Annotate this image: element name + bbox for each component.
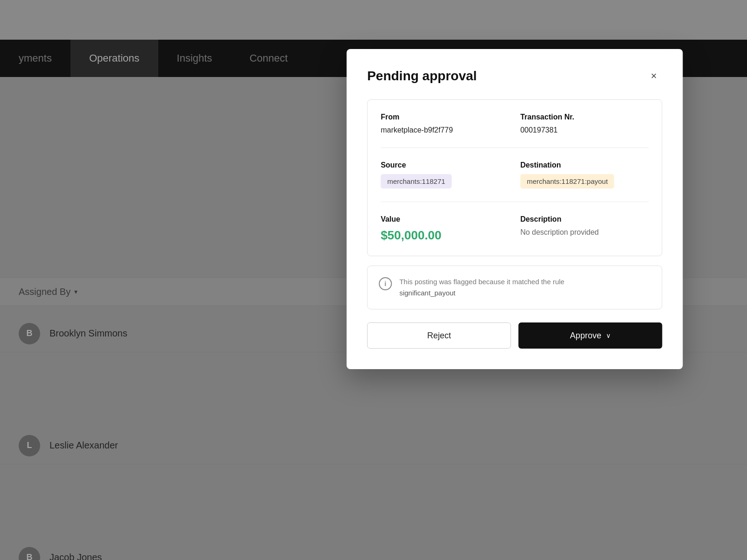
action-buttons: Reject Approve ∨	[367, 322, 662, 349]
from-value: marketplace-b9f2f779	[381, 126, 509, 134]
description-field: Description No description provided	[520, 215, 648, 243]
flag-notice: i This posting was flagged because it ma…	[367, 266, 662, 309]
value-label: Value	[381, 215, 509, 224]
modal-header: Pending approval ×	[367, 68, 662, 84]
destination-badge: merchants:118271:payout	[520, 174, 614, 189]
transaction-label: Transaction Nr.	[520, 113, 648, 121]
approve-chevron-down-icon: ∨	[606, 332, 611, 339]
detail-card: From marketplace-b9f2f779 Transaction Nr…	[367, 99, 662, 256]
transaction-field: Transaction Nr. 000197381	[520, 113, 648, 134]
source-field: Source merchants:118271	[381, 161, 509, 189]
reject-button[interactable]: Reject	[367, 322, 511, 349]
source-badge: merchants:118271	[381, 174, 451, 189]
source-label: Source	[381, 161, 509, 169]
description-label: Description	[520, 215, 648, 224]
source-destination-row: Source merchants:118271 Destination merc…	[381, 161, 648, 202]
from-label: From	[381, 113, 509, 121]
description-value: No description provided	[520, 228, 648, 237]
transaction-value: 000197381	[520, 126, 648, 134]
from-field: From marketplace-b9f2f779	[381, 113, 509, 134]
modal-title: Pending approval	[367, 69, 477, 84]
close-button[interactable]: ×	[645, 68, 662, 84]
pending-approval-modal: Pending approval × From marketplace-b9f2…	[346, 49, 683, 369]
info-icon: i	[379, 277, 392, 290]
value-amount: $50,000.00	[381, 228, 509, 243]
from-transaction-row: From marketplace-b9f2f779 Transaction Nr…	[381, 113, 648, 148]
approve-label: Approve	[570, 331, 601, 341]
flag-text: This posting was flagged because it matc…	[399, 276, 564, 299]
destination-field: Destination merchants:118271:payout	[520, 161, 648, 189]
flag-rule-name: significant_payout	[399, 289, 455, 297]
value-description-row: Value $50,000.00 Description No descript…	[381, 215, 648, 256]
destination-label: Destination	[520, 161, 648, 169]
approve-button[interactable]: Approve ∨	[518, 322, 662, 349]
value-field: Value $50,000.00	[381, 215, 509, 243]
